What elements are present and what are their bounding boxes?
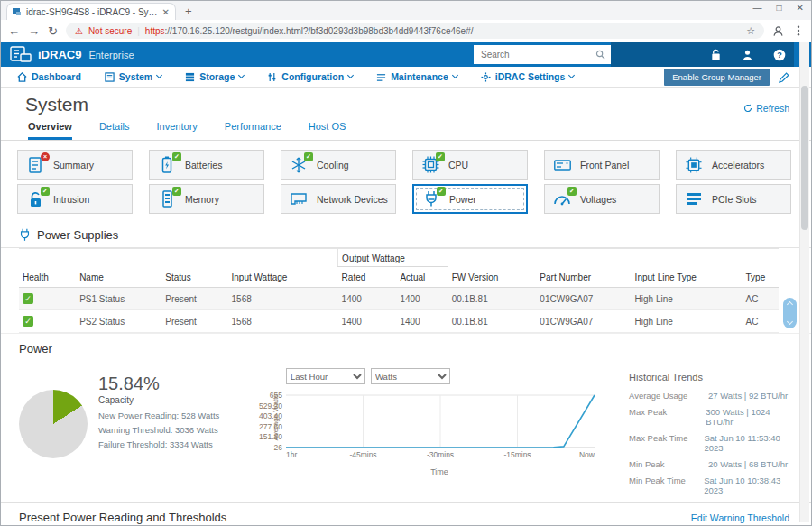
tile-batteries[interactable]: ✓ Batteries bbox=[149, 150, 264, 180]
url-divider: | bbox=[137, 26, 140, 36]
search-box[interactable] bbox=[474, 45, 611, 64]
tile-pcie-slots[interactable]: PCIe Slots bbox=[676, 184, 791, 214]
product-name: iDRAC9 bbox=[38, 48, 81, 61]
accelerator-icon bbox=[685, 156, 703, 174]
search-icon[interactable] bbox=[595, 50, 605, 60]
tile-cooling[interactable]: ✓ Cooling bbox=[281, 150, 396, 180]
tab-strip: idrac-SH9G4S8 - iDRAC9 - Syste ✕ + — □ ✕ bbox=[1, 1, 811, 20]
menu-label: iDRAC Settings bbox=[495, 71, 566, 82]
menu-label: Dashboard bbox=[32, 71, 81, 82]
maximize-icon[interactable]: □ bbox=[777, 3, 782, 13]
tab-performance[interactable]: Performance bbox=[225, 121, 281, 140]
search-input[interactable] bbox=[479, 49, 595, 60]
menu-storage[interactable]: Storage bbox=[185, 71, 244, 82]
network-card-icon bbox=[290, 190, 308, 208]
col-rated: Rated bbox=[338, 267, 397, 288]
menu-label: Storage bbox=[199, 71, 235, 82]
bookmark-star-icon[interactable]: ☆ bbox=[746, 25, 755, 37]
tile-cpu[interactable]: ✓ CPU bbox=[412, 150, 528, 180]
close-icon[interactable]: ✕ bbox=[797, 3, 804, 13]
url-bar[interactable]: ⚠ Not secure | https://170.16.25.120/res… bbox=[66, 23, 764, 39]
pencil-icon[interactable] bbox=[779, 72, 789, 83]
lock-icon: ✓ bbox=[26, 190, 44, 208]
page-title: System bbox=[25, 94, 88, 115]
tile-front-panel[interactable]: Front Panel bbox=[544, 150, 660, 180]
tile-network-devices[interactable]: Network Devices bbox=[281, 184, 396, 214]
refresh-link[interactable]: Refresh bbox=[743, 103, 789, 114]
menu-label: Configuration bbox=[281, 71, 344, 82]
tile-label: Power bbox=[449, 194, 476, 205]
col-health: Health bbox=[19, 267, 76, 288]
table-scroll-control[interactable] bbox=[783, 298, 797, 328]
col-status: Status bbox=[161, 267, 227, 288]
help-icon[interactable]: ? bbox=[773, 49, 786, 61]
col-part-number: Part Number bbox=[536, 267, 631, 288]
product-edition: Enterprise bbox=[88, 50, 134, 60]
tile-voltages[interactable]: ✓ Voltages bbox=[544, 184, 660, 214]
browser-tab[interactable]: idrac-SH9G4S8 - iDRAC9 - Syste ✕ bbox=[6, 3, 176, 20]
svg-text:-30mins: -30mins bbox=[427, 450, 454, 459]
edit-warning-threshold-link[interactable]: Edit Warning Threshold bbox=[691, 512, 789, 523]
error-badge: × bbox=[41, 152, 50, 161]
gauge-icon: ✓ bbox=[553, 190, 571, 208]
tab-title: idrac-SH9G4S8 - iDRAC9 - Syste bbox=[26, 7, 158, 17]
page-scrollbar[interactable] bbox=[799, 42, 809, 522]
trend-min-peak: Min Peak20 Watts | 68 BTU/hr bbox=[629, 459, 797, 469]
tab-host-os[interactable]: Host OS bbox=[309, 121, 346, 140]
browser-menu-icon[interactable] bbox=[793, 25, 804, 36]
menu-system[interactable]: System bbox=[105, 71, 161, 82]
scroll-up-icon[interactable] bbox=[787, 301, 793, 308]
page-tabs: Overview Details Inventory Performance H… bbox=[1, 115, 811, 141]
menu-idrac-settings[interactable]: iDRAC Settings bbox=[481, 71, 575, 82]
power-section-title: Power bbox=[1, 333, 811, 357]
browser-window: idrac-SH9G4S8 - iDRAC9 - Syste ✕ + — □ ✕… bbox=[0, 0, 812, 526]
tile-label: PCIe Slots bbox=[712, 194, 757, 205]
user-icon[interactable] bbox=[742, 49, 753, 61]
tile-accelerators[interactable]: Accelerators bbox=[676, 150, 791, 180]
minimize-icon[interactable]: — bbox=[753, 3, 762, 13]
tile-intrusion[interactable]: ✓ Intrusion bbox=[17, 184, 133, 214]
scrollbar-thumb[interactable] bbox=[801, 86, 808, 230]
tile-power[interactable]: ✓ Power bbox=[412, 184, 528, 214]
menu-dashboard[interactable]: Dashboard bbox=[17, 71, 81, 82]
storage-icon bbox=[185, 72, 195, 82]
menu-maintenance[interactable]: Maintenance bbox=[376, 71, 457, 82]
sliders-icon bbox=[267, 72, 277, 82]
forward-icon[interactable]: → bbox=[28, 25, 40, 37]
new-tab-button[interactable]: + bbox=[185, 5, 192, 20]
reload-icon[interactable]: ↻ bbox=[48, 25, 58, 37]
tile-memory[interactable]: ✓ Memory bbox=[149, 184, 264, 214]
col-input-wattage: Input Wattage bbox=[228, 267, 338, 288]
back-icon[interactable]: ← bbox=[8, 25, 20, 37]
tile-summary[interactable]: × Summary bbox=[17, 150, 133, 180]
power-section: 15.84% Capacity New Power Reading: 528 W… bbox=[1, 357, 811, 502]
pcie-slots-icon bbox=[685, 190, 703, 208]
enable-group-manager-button[interactable]: Enable Group Manager bbox=[664, 69, 770, 86]
maintenance-icon bbox=[376, 72, 386, 82]
overview-tiles: × Summary ✓ Batteries ✓ Cooling bbox=[17, 150, 791, 214]
tab-overview[interactable]: Overview bbox=[28, 121, 72, 140]
tab-inventory[interactable]: Inventory bbox=[157, 121, 198, 140]
tile-label: Voltages bbox=[580, 194, 616, 205]
ok-badge: ✓ bbox=[172, 152, 181, 161]
scroll-down-icon[interactable] bbox=[787, 318, 793, 325]
x-axis-label: Time bbox=[286, 467, 593, 476]
cpu-icon: ✓ bbox=[421, 156, 439, 174]
power-capacity-pie bbox=[19, 390, 88, 458]
col-input-line-type: Input Line Type bbox=[632, 267, 743, 288]
svg-text:-45mins: -45mins bbox=[349, 450, 376, 459]
menu-configuration[interactable]: Configuration bbox=[267, 71, 353, 82]
col-fw-version: FW Version bbox=[448, 267, 537, 288]
unit-select[interactable]: Watts bbox=[371, 368, 450, 384]
ok-badge: ✓ bbox=[41, 187, 50, 196]
tab-close-icon[interactable]: ✕ bbox=[162, 7, 170, 17]
profile-icon[interactable] bbox=[772, 25, 784, 37]
time-range-select[interactable]: Last Hour bbox=[286, 368, 365, 384]
tile-label: CPU bbox=[448, 160, 468, 171]
svg-text:Now: Now bbox=[579, 450, 595, 459]
ok-badge: ✓ bbox=[436, 152, 445, 161]
unlock-icon[interactable] bbox=[710, 49, 722, 61]
chevron-down-icon bbox=[156, 72, 162, 78]
tab-details[interactable]: Details bbox=[99, 121, 130, 140]
warning-icon: ⚠ bbox=[75, 26, 83, 36]
